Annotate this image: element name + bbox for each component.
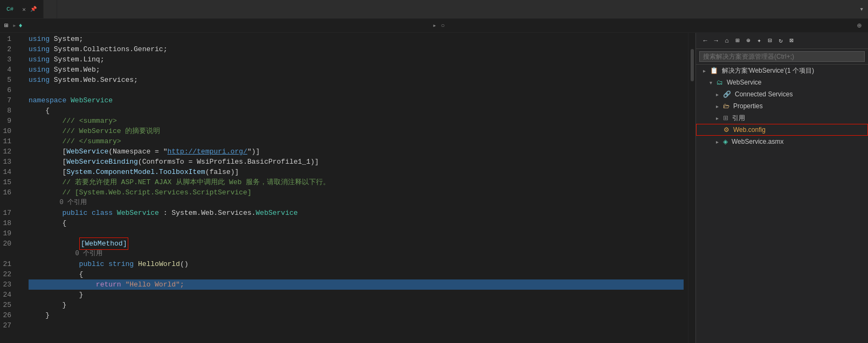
line-number: 7 xyxy=(0,95,18,106)
line-number: 3 xyxy=(0,54,18,65)
home-button[interactable]: ⌂ xyxy=(722,36,732,46)
code-token: HelloWorld xyxy=(138,259,180,269)
code-line xyxy=(29,320,684,331)
line-number: 8 xyxy=(0,106,18,116)
code-token: System.ComponentModel. xyxy=(66,167,159,177)
tab-webservice[interactable] xyxy=(44,0,57,18)
code-token: public xyxy=(29,208,87,218)
method-icon: ○ xyxy=(441,22,445,30)
editor-area[interactable]: 1234567891011121314151617181920212223242… xyxy=(0,33,695,343)
solution-search-input[interactable] xyxy=(699,51,865,62)
refresh-button[interactable]: ↻ xyxy=(776,36,786,46)
cs-file-icon: C# xyxy=(6,6,13,12)
code-token: { xyxy=(29,218,66,228)
tree-expand-icon[interactable]: ▸ xyxy=(713,115,721,121)
code-token: { xyxy=(29,269,83,279)
code-line: { xyxy=(29,106,684,116)
tree-file-icon: ◈ xyxy=(723,138,728,145)
nav-back-button[interactable]: ← xyxy=(700,36,710,46)
code-token: ToolboxItem xyxy=(159,167,205,177)
tree-item-label: Web.config xyxy=(733,126,867,134)
code-token: System.Linq; xyxy=(50,54,104,65)
tree-expand-icon[interactable]: ▸ xyxy=(713,139,721,145)
code-line: [WebMethod] xyxy=(29,239,684,249)
code-line: ⊟ public string HelloWorld() xyxy=(29,259,684,269)
tab-close-webservice-cs[interactable]: ✕ xyxy=(22,6,26,13)
breadcrumb-sep-1: ▸ xyxy=(12,22,16,30)
line-number: 13 xyxy=(0,157,18,167)
code-token: class xyxy=(92,208,113,218)
nav-forward-button[interactable]: → xyxy=(711,36,721,46)
tab-pin-icon: 📌 xyxy=(30,6,37,12)
code-line: [System.ComponentModel.ToolboxItem(false… xyxy=(29,167,684,177)
breadcrumb-bar: ⊞ ▸ ♦ ▸ ○ ⊕ xyxy=(0,19,868,33)
code-container: 1234567891011121314151617181920212223242… xyxy=(0,33,695,343)
breadcrumb-right: ▸ ○ xyxy=(432,22,449,30)
code-line: /// </summary> xyxy=(29,136,684,146)
line-number: 20 xyxy=(0,239,18,249)
line-number: 21 xyxy=(0,259,18,269)
line-number: 17 xyxy=(0,208,18,218)
code-token: // 若要允许使用 ASP.NET AJAX 从脚本中调用此 Web 服务，请取… xyxy=(29,177,330,187)
tree-item-properties[interactable]: ▸🗁Properties xyxy=(696,100,868,112)
code-token xyxy=(134,259,138,269)
code-line: } xyxy=(29,310,684,320)
line-number: 4 xyxy=(0,65,18,75)
tree-expand-icon[interactable]: ▸ xyxy=(713,92,721,97)
tree-expand-icon[interactable]: ▾ xyxy=(706,80,715,86)
line-number: 22 xyxy=(0,269,18,279)
properties-button[interactable]: ⊠ xyxy=(787,36,796,46)
main-layout: 1234567891011121314151617181920212223242… xyxy=(0,33,868,343)
add-button[interactable]: ⊕ xyxy=(743,36,753,46)
tree-item-connected_services[interactable]: ▸🔗Connected Services xyxy=(696,88,868,100)
code-line: /// WebService 的摘要说明 xyxy=(29,126,684,136)
code-line: } xyxy=(29,300,684,310)
line-number xyxy=(0,198,18,208)
split-editor-button[interactable]: ⊕ xyxy=(857,21,862,30)
tree-item-label: WebService.asmx xyxy=(732,138,868,145)
tree-item-web.config[interactable]: ⚙Web.config xyxy=(696,124,868,136)
line-number: 23 xyxy=(0,279,18,290)
code-token: System; xyxy=(50,34,83,44)
show-all-files-button[interactable]: ⊞ xyxy=(733,36,742,46)
code-token: using xyxy=(29,65,50,75)
tree-item-webservice.asmx[interactable]: ▸◈WebService.asmx xyxy=(696,136,868,148)
code-line: // 若要允许使用 ASP.NET AJAX 从脚本中调用此 Web 服务，请取… xyxy=(29,177,684,187)
code-token xyxy=(113,208,117,218)
scrollbar-thumb[interactable] xyxy=(691,49,694,81)
tree-expand-icon[interactable]: ▸ xyxy=(713,103,721,109)
code-token: /// <summary> xyxy=(62,116,116,126)
tree-file-icon: 📋 xyxy=(710,67,718,74)
tree-item-引用[interactable]: ▸⊞引用 xyxy=(696,112,868,124)
code-token: } xyxy=(29,300,66,310)
code-token xyxy=(66,95,71,106)
tree-item-webservice[interactable]: ▾🗂WebService xyxy=(696,76,868,88)
code-token: } xyxy=(29,290,83,300)
code-line: using System.Web.Services; xyxy=(29,75,684,85)
code-line: ⊟using System; xyxy=(29,34,684,44)
code-content[interactable]: ⊟using System;using System.Collections.G… xyxy=(24,33,688,343)
tree-file-icon: ⊞ xyxy=(723,114,728,122)
breadcrumb-class-icon: ♦ xyxy=(18,22,22,30)
code-token: [ xyxy=(29,146,66,157)
tree-item-label: 引用 xyxy=(732,114,868,123)
line-number: 18 xyxy=(0,218,18,228)
tree-item-解决方案'webservice'(1_个项目)[interactable]: ▸📋解决方案'WebService'(1 个项目) xyxy=(696,65,868,76)
scrollbar[interactable] xyxy=(688,33,695,343)
collapse-all-button[interactable]: ⊟ xyxy=(765,36,775,46)
tree-file-icon: 🗁 xyxy=(723,102,729,110)
line-number: 27 xyxy=(0,320,18,331)
line-numbers: 1234567891011121314151617181920212223242… xyxy=(0,33,24,343)
line-number: 6 xyxy=(0,85,18,95)
code-line: 0 个引用 xyxy=(29,198,684,208)
filter-button[interactable]: ✦ xyxy=(754,36,764,46)
code-line: [WebServiceBinding(ConformsTo = WsiProfi… xyxy=(29,157,684,167)
line-number: 11 xyxy=(0,136,18,146)
code-token: public xyxy=(29,259,104,269)
line-number: 12 xyxy=(0,146,18,157)
tab-overflow-button[interactable]: ▾ xyxy=(855,5,868,13)
tab-webservice-cs[interactable]: C# ✕ 📌 xyxy=(0,0,44,18)
tree-expand-icon[interactable]: ▸ xyxy=(700,68,708,74)
code-line: using System.Web; xyxy=(29,65,684,75)
line-number: 26 xyxy=(0,310,18,320)
